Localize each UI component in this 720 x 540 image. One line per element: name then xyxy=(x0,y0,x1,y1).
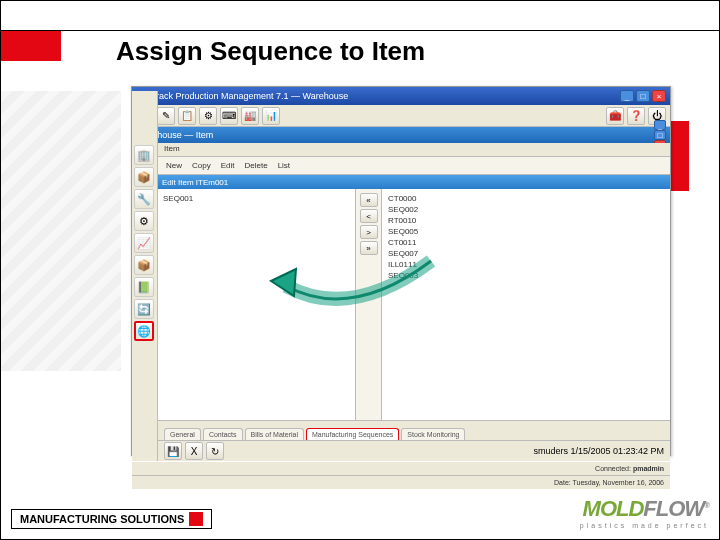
sidebar-module-icon[interactable]: 🏢 xyxy=(134,145,154,165)
maximize-icon[interactable]: □ xyxy=(654,130,666,140)
list-item[interactable]: SEQ002 xyxy=(386,204,666,215)
delete-button[interactable]: Delete xyxy=(245,161,268,170)
transfer-buttons: « < > » xyxy=(356,189,382,420)
list-item[interactable]: RT0010 xyxy=(386,215,666,226)
accent-block-top xyxy=(1,31,61,61)
tab-bom[interactable]: Bills of Material xyxy=(245,428,304,440)
window-title: Fasttrack Production Management 7.1 — Wa… xyxy=(136,91,348,101)
audit-user: smuders 1/15/2005 01:23:42 PM xyxy=(533,446,664,456)
refresh-button[interactable]: ↻ xyxy=(206,442,224,460)
sidebar-module-icon[interactable]: ⚙ xyxy=(134,211,154,231)
background-decoration xyxy=(1,91,121,371)
status-bar-connected: Connected: pmadmin xyxy=(132,461,670,475)
assigned-sequences-list[interactable]: SEQ001 xyxy=(158,189,356,420)
copy-button[interactable]: Copy xyxy=(192,161,211,170)
main-toolbar: ⌂ ✎ 📋 ⚙ ⌨ 🏭 📊 🧰 ❓ ⏻ xyxy=(132,105,670,127)
move-bottom-button[interactable]: » xyxy=(360,241,378,255)
dual-list-workspace: SEQ001 « < > » CT0000 SEQ002 RT0010 SEQ0… xyxy=(158,189,670,421)
list-item[interactable]: CT0000 xyxy=(386,193,666,204)
breadcrumb: Item xyxy=(158,143,670,157)
tab-general[interactable]: General xyxy=(164,428,201,440)
toolbar-button[interactable]: 🧰 xyxy=(606,107,624,125)
sidebar-module-icon[interactable]: 🔧 xyxy=(134,189,154,209)
moldflow-logo: MOLDFLOW® plastics made perfect xyxy=(580,496,709,529)
minimize-icon[interactable]: _ xyxy=(654,120,666,130)
application-window: Fasttrack Production Management 7.1 — Wa… xyxy=(131,86,671,456)
slide-title: Assign Sequence to Item xyxy=(116,36,425,67)
toolbar-button[interactable]: 📊 xyxy=(262,107,280,125)
export-button[interactable]: X xyxy=(185,442,203,460)
footer-accent-icon xyxy=(189,512,203,526)
list-item[interactable]: SEQ003 xyxy=(386,270,666,281)
move-right-button[interactable]: > xyxy=(360,225,378,239)
detail-tabs: General Contacts Bills of Material Manuf… xyxy=(158,421,670,441)
sidebar-module-icon[interactable]: 📈 xyxy=(134,233,154,253)
sidebar-module-icon-selected[interactable]: 🌐 xyxy=(134,321,154,341)
form-footer-buttons: 💾 X ↻ smuders 1/15/2005 01:23:42 PM xyxy=(158,441,670,461)
available-sequences-list[interactable]: CT0000 SEQ002 RT0010 SEQ005 CT0011 SEQ00… xyxy=(382,189,670,420)
list-item[interactable]: ILL0111 xyxy=(386,259,666,270)
edit-button[interactable]: Edit xyxy=(221,161,235,170)
module-sidebar: 🏢 📦 🔧 ⚙ 📈 📦 📗 🔄 🌐 xyxy=(132,91,158,461)
edit-panel-title: Edit Item ITEm001 xyxy=(158,175,670,189)
list-item[interactable]: SEQ007 xyxy=(386,248,666,259)
child-titlebar[interactable]: Warehouse — Item _ □ × xyxy=(132,127,670,143)
accent-block-right xyxy=(669,121,689,191)
list-button[interactable]: List xyxy=(278,161,290,170)
tab-stock-monitoring[interactable]: Stock Monitoring xyxy=(401,428,465,440)
minimize-icon[interactable]: _ xyxy=(620,90,634,102)
status-bar-date: Date: Tuesday, November 16, 2006 xyxy=(132,475,670,489)
toolbar-button[interactable]: 🏭 xyxy=(241,107,259,125)
toolbar-button[interactable]: ⚙ xyxy=(199,107,217,125)
save-button[interactable]: 💾 xyxy=(164,442,182,460)
toolbar-button[interactable]: ❓ xyxy=(627,107,645,125)
tab-manufacturing-sequences[interactable]: Manufacturing Sequences xyxy=(306,428,399,440)
close-icon[interactable]: × xyxy=(652,90,666,102)
new-button[interactable]: New xyxy=(166,161,182,170)
sidebar-module-icon[interactable]: 📦 xyxy=(134,255,154,275)
toolbar-button[interactable]: ✎ xyxy=(157,107,175,125)
sidebar-module-icon[interactable]: 📦 xyxy=(134,167,154,187)
toolbar-button[interactable]: ⌨ xyxy=(220,107,238,125)
sidebar-module-icon[interactable]: 📗 xyxy=(134,277,154,297)
move-top-button[interactable]: « xyxy=(360,193,378,207)
record-action-bar: New Copy Edit Delete List xyxy=(158,157,670,175)
maximize-icon[interactable]: □ xyxy=(636,90,650,102)
move-left-button[interactable]: < xyxy=(360,209,378,223)
list-item[interactable]: CT0011 xyxy=(386,237,666,248)
list-item[interactable]: SEQ005 xyxy=(386,226,666,237)
tab-contacts[interactable]: Contacts xyxy=(203,428,243,440)
list-item[interactable]: SEQ001 xyxy=(162,193,351,204)
toolbar-button[interactable]: 📋 xyxy=(178,107,196,125)
footer-label: MANUFACTURING SOLUTIONS xyxy=(11,509,212,529)
main-titlebar[interactable]: Fasttrack Production Management 7.1 — Wa… xyxy=(132,87,670,105)
sidebar-module-icon[interactable]: 🔄 xyxy=(134,299,154,319)
